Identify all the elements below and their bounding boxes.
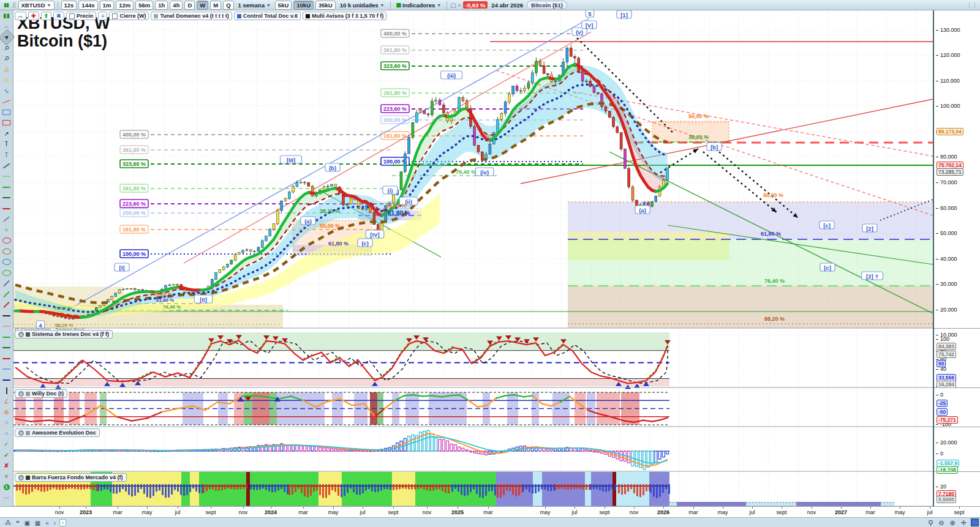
main-chart-canvas[interactable]: 400,00 %361,80 %323,60 %261,80 %223,60 %… <box>13 10 933 506</box>
hline-green2-icon[interactable] <box>1 332 13 343</box>
layout-icon[interactable]: ▦ <box>35 520 40 526</box>
polyline-icon[interactable]: ∿ <box>1 86 13 97</box>
panel-tab-barra-fuerza[interactable]: x Barra Fuerza Fondo Mercado v4 (f) <box>15 473 127 482</box>
close-icon[interactable]: x <box>18 332 24 337</box>
timeframe-button-144s[interactable]: 144s <box>78 1 97 10</box>
wave-icon[interactable]: ≈ <box>1 225 13 236</box>
points-b-icon[interactable]: ⁘ <box>1 428 13 439</box>
arrow-up-green-icon[interactable]: ⬆ <box>41 12 52 20</box>
collapse-one-icon[interactable]: ‹ <box>54 520 56 526</box>
callout-icon[interactable]: T <box>1 150 13 161</box>
price-badge[interactable]: 0,5000 <box>937 496 956 503</box>
time-axis[interactable]: nov2023marmayjulseptnov2024marmayjulsept… <box>0 506 980 518</box>
approve-icon[interactable]: ✔ <box>1 450 13 461</box>
comment-icon[interactable]: ❝ <box>16 520 19 526</box>
ellipse-teal-icon[interactable] <box>1 257 13 268</box>
ellipse-brown-icon[interactable] <box>1 246 13 257</box>
timeframe-button-4h[interactable]: 4h <box>170 1 183 10</box>
crosshair-icon[interactable]: ✛ <box>961 519 967 527</box>
indicators-button[interactable]: ▦Indicadores▼ <box>394 1 444 9</box>
unit-button-35kU[interactable]: 35kU <box>315 1 336 10</box>
vline-icon[interactable] <box>1 386 13 397</box>
angle-icon[interactable]: ∠ <box>1 396 13 407</box>
price-badge[interactable]: 50 <box>937 360 946 367</box>
chevron-down-icon[interactable]: ˅ <box>1 471 13 482</box>
add-red-icon[interactable]: ✚ <box>28 12 39 20</box>
unit-button-10kU[interactable]: 10kU <box>293 1 314 10</box>
hline-lightgreen-icon[interactable] <box>1 171 13 182</box>
panel-tab-sistema-trenes[interactable]: x Sistema de trenes Doc v4 (f f) <box>15 330 113 338</box>
hline-pink-icon[interactable] <box>1 321 13 332</box>
arrow-icon[interactable]: ↗ <box>1 129 13 140</box>
close-icon[interactable]: x <box>18 475 24 480</box>
corner-resize-handle[interactable] <box>971 518 979 526</box>
share-icon[interactable]: ⁂ <box>5 520 11 526</box>
zoom-out-icon[interactable]: ⊖ <box>938 519 944 527</box>
line-red-icon[interactable] <box>1 300 13 311</box>
target-icon[interactable]: ⊕ <box>1 407 13 418</box>
price-badge[interactable]: 73.285,71 <box>937 168 963 176</box>
toolbar-handle-icon[interactable]: ⋮⋮ <box>967 2 978 8</box>
price-checkbox-button[interactable]: Precio <box>66 12 97 20</box>
hline-darkgreen2-icon[interactable] <box>1 343 13 354</box>
hline-green-icon[interactable] <box>1 182 13 193</box>
timeframe-button-1m[interactable]: 1m <box>100 1 115 10</box>
price-badge[interactable]: 84,383 <box>937 343 956 350</box>
symbol-select[interactable]: XBTUSD▼ <box>18 1 55 10</box>
check-icon[interactable]: ✓ <box>1 439 13 450</box>
hline-lightblue-icon[interactable] <box>1 364 13 375</box>
rect-blue-icon[interactable] <box>1 107 13 118</box>
timeframe-button-56m[interactable]: 56m <box>135 1 153 10</box>
multi-avisos-button[interactable]: Multi Avisos (3 f 3 1,5 70 f f) <box>303 12 386 20</box>
price-badge[interactable]: 75,742 <box>937 351 956 358</box>
ellipse-green-icon[interactable] <box>1 267 13 278</box>
hline-red2-icon[interactable] <box>1 353 13 364</box>
timeframe-button-1h[interactable]: 1h <box>155 1 168 10</box>
points-icon[interactable]: ⁙ <box>1 417 13 428</box>
price-axis[interactable]: 130.000120.000110.000100.00090.00080.000… <box>933 10 980 506</box>
layout-grid-icon[interactable]: ⣿ <box>12 2 17 8</box>
timeframe-button-12s[interactable]: 12s <box>61 1 77 10</box>
checkbox[interactable] <box>112 13 118 19</box>
snapshot-icon[interactable]: ▣ <box>24 520 29 526</box>
text-icon[interactable]: T <box>1 139 13 150</box>
ellipse-red-icon[interactable] <box>1 236 13 247</box>
window-icon[interactable]: ▢ <box>450 2 456 9</box>
list-icon[interactable]: ≡ <box>98 12 107 20</box>
timeframe-button-M[interactable]: M <box>210 1 221 10</box>
hline-black-icon[interactable] <box>1 310 13 321</box>
price-badge[interactable]: -75,271 <box>937 416 958 424</box>
rect-red-icon[interactable] <box>1 118 13 129</box>
alarm-icon[interactable]: ⚠ <box>1 75 13 86</box>
segment-icon[interactable] <box>1 160 13 171</box>
collapse-all-icon[interactable]: « <box>45 520 49 526</box>
line-green-icon[interactable] <box>1 289 13 300</box>
unit-button-5kU[interactable]: 5kU <box>275 1 292 10</box>
zoom-in-icon[interactable]: ⊕ <box>950 519 956 527</box>
ruler-icon[interactable] <box>1 214 13 225</box>
panel-tab-awesome[interactable]: x Awesome Evolution Doc <box>15 428 100 437</box>
notify-badge-icon[interactable]: 1 <box>1 482 13 493</box>
checkbox[interactable] <box>69 13 75 19</box>
reject-icon[interactable]: ✘ <box>1 460 13 471</box>
timeframe-button-D[interactable]: D <box>184 1 195 10</box>
scroll-left-button[interactable]: ‹ <box>59 519 66 526</box>
tunel-domenec-button[interactable]: Tunel Domenec v4 (t t t t t) <box>151 12 232 20</box>
control-total-button[interactable]: Control Total Doc v.6 <box>234 12 301 20</box>
hline-darkblue-icon[interactable] <box>1 375 13 386</box>
hline-darkgreen-icon[interactable] <box>1 193 13 204</box>
dashed-segment-icon[interactable] <box>1 96 13 107</box>
timeframe-button-W[interactable]: W <box>197 1 208 10</box>
chart-logo-icon[interactable]: ▮▮ <box>1 10 13 21</box>
panel-tab-willy[interactable]: x Willy Doc (t) <box>15 389 67 398</box>
close-icon[interactable]: x <box>18 430 24 436</box>
units-select[interactable]: 10 k unidades▼ <box>337 1 387 9</box>
close-series-button[interactable]: Cierre (W) <box>109 12 149 20</box>
price-badge[interactable]: -18.238 <box>937 466 958 474</box>
price-badge[interactable]: -50 <box>937 408 948 416</box>
more-dots-icon[interactable]: ⋯ <box>1 493 13 504</box>
zoom-drag-icon[interactable]: ⚲ <box>928 519 933 527</box>
timeframe-button-12m[interactable]: 12m <box>116 1 134 10</box>
hline-red-icon[interactable] <box>1 203 13 214</box>
price-badge[interactable]: -25 <box>937 400 948 407</box>
